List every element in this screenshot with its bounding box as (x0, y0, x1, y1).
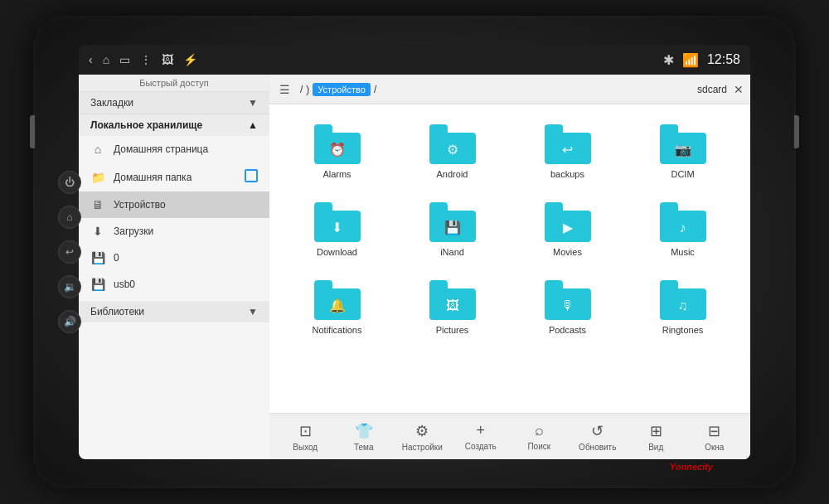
folder-item-pictures[interactable]: 🖼 Pictures (398, 274, 507, 342)
bottom-icon: ⚙ (415, 422, 429, 440)
folder-item-movies[interactable]: ▶ Movies (513, 196, 622, 264)
path-sep2: ) (306, 84, 309, 95)
side-button-left[interactable] (30, 115, 35, 148)
bottom-label: Вид (648, 443, 663, 452)
folder-item-backups[interactable]: ↩ backups (513, 118, 622, 186)
usb-label: usb0 (114, 279, 135, 290)
bottom-toolbar: ⊡ Выход 👕 Тема ⚙ Настройки + Создать ⌕ П… (269, 413, 750, 459)
folder-icon-movies: ▶ (545, 202, 591, 242)
file-area: ☰ / ) Устройство / sdcard ✕ ⏰ (269, 75, 750, 459)
screen: ‹ ⌂ ▭ ⋮ 🖼 ⚡ ✱ 📶 12:58 Быстрый доступ Зак… (79, 45, 750, 459)
side-button-right[interactable] (794, 115, 799, 148)
sidebar-item-home-folder[interactable]: 📁 Домашняя папка (79, 162, 269, 191)
folder-type-icon: ↩ (562, 142, 573, 158)
bottom-icon: ⊡ (299, 422, 312, 440)
folder-item-alarms[interactable]: ⏰ Alarms (283, 118, 391, 186)
sidebar-item-home-page[interactable]: ⌂ Домашняя страница (79, 136, 269, 162)
bottom-icon: ⊞ (650, 422, 662, 440)
folder-label: Pictures (436, 325, 469, 335)
sidebar-item-storage0[interactable]: 💾 0 (79, 245, 269, 271)
recents-icon[interactable]: ▭ (119, 53, 130, 66)
bottom-btn-настройки[interactable]: ⚙ Настройки (397, 422, 447, 452)
bottom-icon: ↺ (591, 422, 604, 440)
status-bar: ‹ ⌂ ▭ ⋮ 🖼 ⚡ ✱ 📶 12:58 (79, 45, 750, 75)
sidebar: Быстрый доступ Закладки ▼ Локальное хран… (79, 75, 269, 459)
home-icon[interactable]: ⌂ (103, 53, 109, 66)
menu-toolbar-icon[interactable]: ☰ (276, 81, 293, 98)
folder-icon-dcim: 📷 (660, 124, 706, 164)
wifi-icon: 📶 (682, 52, 699, 68)
menu-icon[interactable]: ⋮ (140, 53, 152, 66)
back-icon[interactable]: ‹ (89, 53, 93, 66)
folder-item-dcim[interactable]: 📷 DCIM (628, 118, 737, 186)
power-button[interactable]: ⏻ (58, 171, 81, 194)
home-button[interactable]: ⌂ (58, 206, 81, 229)
vol-up-button[interactable]: 🔊 (58, 310, 81, 333)
gallery-icon[interactable]: 🖼 (162, 53, 173, 66)
folder-body: 💾 (429, 211, 476, 242)
folder-body: ⏰ (314, 133, 361, 164)
bookmarks-arrow: ▼ (248, 97, 258, 109)
folder-label: Movies (553, 247, 582, 257)
folder-item-ringtones[interactable]: ♫ Ringtones (628, 274, 737, 342)
brand-text: Yonnecity (670, 462, 713, 472)
folder-label: backups (550, 169, 584, 179)
folder-item-android[interactable]: ⚙ Android (398, 118, 507, 186)
home-folder-badge (245, 169, 258, 185)
bluetooth-icon: ✱ (663, 52, 674, 68)
bottom-btn-обновить[interactable]: ↺ Обновить (573, 422, 623, 452)
folder-label: Android (437, 169, 468, 179)
back-button[interactable]: ↩ (58, 240, 81, 264)
bookmarks-header[interactable]: Закладки ▼ (79, 92, 269, 114)
folder-item-notifications[interactable]: 🔔 Notifications (283, 274, 391, 342)
vol-down-button[interactable]: 🔉 (58, 275, 81, 298)
folder-icon-podcasts: 🎙 (545, 280, 591, 320)
folder-body: 📷 (660, 133, 706, 164)
path-slash: / (374, 84, 376, 95)
bottom-btn-вид[interactable]: ⊞ Вид (631, 422, 681, 452)
usb-drive-icon: 💾 (90, 278, 105, 291)
local-storage-label: Локальное хранилище (90, 119, 202, 131)
folder-body: ⚙ (429, 133, 476, 164)
bottom-btn-выход[interactable]: ⊡ Выход (280, 422, 330, 452)
folder-label: DCIM (671, 169, 694, 179)
bottom-btn-создать[interactable]: + Создать (456, 422, 506, 451)
folder-item-inand[interactable]: 💾 iNand (398, 196, 507, 264)
bottom-btn-окна[interactable]: ⊟ Окна (690, 422, 739, 452)
folder-label: Podcasts (549, 325, 586, 335)
storage0-icon: 💾 (90, 251, 105, 264)
home-folder-icon: 📁 (90, 171, 105, 184)
bottom-btn-тема[interactable]: 👕 Тема (339, 422, 389, 452)
device-icon: 🖥 (90, 198, 105, 211)
folder-item-download[interactable]: ⬇ Download (283, 196, 391, 264)
status-right: ✱ 📶 12:58 (663, 52, 740, 68)
folder-body: 🎙 (545, 288, 591, 320)
sidebar-item-device[interactable]: 🖥 Устройство (79, 191, 269, 218)
folder-type-icon: 🖼 (446, 298, 459, 313)
bottom-btn-поиск[interactable]: ⌕ Поиск (514, 422, 564, 451)
folder-item-music[interactable]: ♪ Music (628, 196, 737, 264)
downloads-icon: ⬇ (90, 225, 105, 238)
folder-type-icon: 💾 (444, 220, 461, 235)
bottom-label: Настройки (402, 443, 443, 452)
storage0-label: 0 (114, 252, 119, 264)
folder-item-podcasts[interactable]: 🎙 Podcasts (513, 274, 622, 342)
libraries-header[interactable]: Библиотеки ▼ (79, 301, 269, 322)
folder-body: ♫ (660, 288, 706, 320)
bottom-label: Выход (293, 443, 318, 452)
local-storage-header[interactable]: Локальное хранилище ▲ (79, 114, 269, 136)
folder-icon-music: ♪ (660, 202, 706, 242)
left-controls: ⏻ ⌂ ↩ 🔉 🔊 (58, 171, 81, 333)
home-blue-icon (245, 169, 258, 182)
device-path-badge[interactable]: Устройство (313, 83, 371, 96)
sidebar-item-downloads[interactable]: ⬇ Загрузки (79, 218, 269, 245)
folder-type-icon: ⚙ (447, 142, 458, 158)
search-clear-icon[interactable]: ✕ (734, 83, 744, 96)
folder-body: 🖼 (429, 288, 476, 320)
file-grid: ⏰ Alarms ⚙ Android ↩ backups 📷 DCIM (269, 104, 750, 413)
bottom-label: Поиск (527, 442, 550, 451)
bottom-label: Обновить (579, 443, 616, 452)
folder-label: Ringtones (662, 325, 704, 335)
sidebar-item-usb[interactable]: 💾 usb0 (79, 271, 269, 298)
usb-icon[interactable]: ⚡ (183, 53, 197, 66)
